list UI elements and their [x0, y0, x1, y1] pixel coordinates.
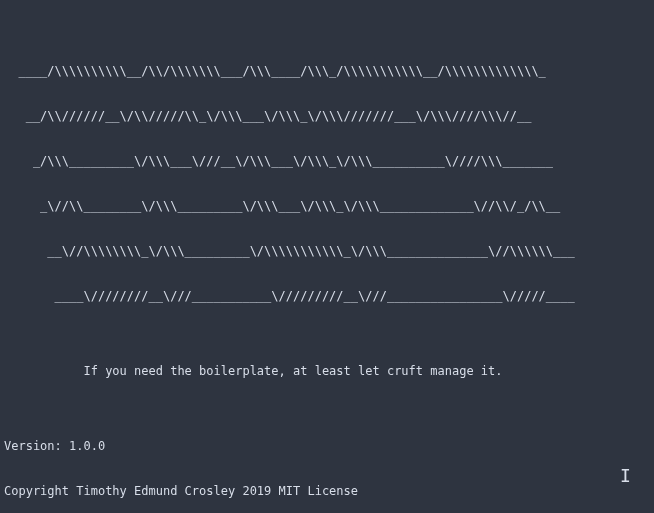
version-line: Version: 1.0.0 [4, 439, 650, 454]
banner: ____/\\\\\\\\\\__/\\/\\\\\\\___/\\\____/… [4, 34, 650, 513]
tagline: If you need the boilerplate, at least le… [4, 364, 650, 379]
banner-line: __\//\\\\\\\\_\/\\\_________\/\\\\\\\\\\… [4, 244, 650, 259]
banner-line: _\//\\________\/\\\_________\/\\\___\/\\… [4, 199, 650, 214]
banner-line: ____\////////__\///___________\/////////… [4, 289, 650, 304]
banner-line: __/\\//////__\/\\/////\\_\/\\\___\/\\\_\… [4, 109, 650, 124]
copyright-line: Copyright Timothy Edmund Crosley 2019 MI… [4, 484, 650, 499]
banner-line: ____/\\\\\\\\\\__/\\/\\\\\\\___/\\\____/… [4, 64, 650, 79]
terminal[interactable]: ____/\\\\\\\\\\__/\\/\\\\\\\___/\\\____/… [0, 0, 654, 513]
banner-line: _/\\\_________\/\\\___\///__\/\\\___\/\\… [4, 154, 650, 169]
